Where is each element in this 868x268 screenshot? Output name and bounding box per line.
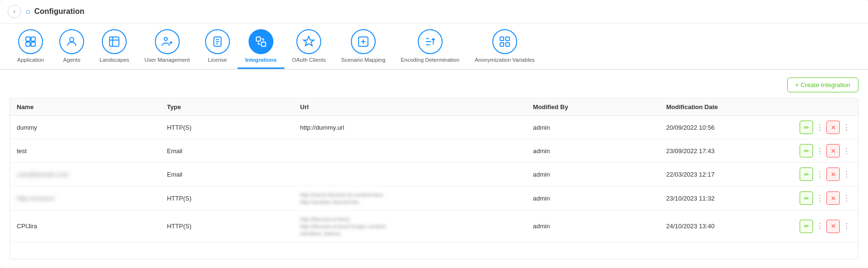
cell-modification-date: 20/09/2022 10:56	[660, 116, 793, 139]
anonymization-variables-icon	[499, 35, 511, 48]
encoding-determination-icon	[424, 35, 436, 48]
cell-url	[293, 139, 526, 163]
delete-button[interactable]: ✕	[826, 191, 840, 205]
nav-label-scenario-mapping: Scenario Mapping	[341, 57, 386, 63]
edit-button[interactable]: ✏	[800, 144, 813, 157]
col-header-modified-by: Modified By	[526, 99, 660, 116]
svg-rect-11	[256, 37, 260, 41]
cell-actions: ✏ ⋮ ✕ ⋮	[793, 211, 858, 242]
more-options-2[interactable]: ⋮	[842, 146, 851, 156]
cell-actions: ✏ ⋮ ✕ ⋮	[793, 163, 858, 186]
more-options[interactable]: ⋮	[815, 123, 825, 132]
svg-rect-2	[26, 42, 30, 46]
cell-type: HTTP(S)	[160, 186, 293, 211]
page-title: Configuration	[34, 7, 85, 16]
edit-button[interactable]: ✏	[800, 121, 813, 134]
more-options[interactable]: ⋮	[815, 194, 825, 203]
more-options-2[interactable]: ⋮	[842, 123, 851, 132]
edit-button[interactable]: ✏	[800, 191, 813, 205]
table-row: user@domain.com Email admin 22/03/2023 1…	[10, 163, 858, 186]
cell-url	[293, 163, 526, 186]
cell-actions: ✏ ⋮ ✕ ⋮	[793, 186, 858, 211]
nav-item-user-management[interactable]: User Management	[137, 29, 197, 67]
cell-modification-date: 24/10/2023 13:40	[660, 211, 793, 242]
cell-modified-by: admin	[526, 211, 660, 242]
integrations-table: Name Type Url Modified By Modification D…	[10, 98, 858, 259]
svg-rect-20	[500, 43, 504, 46]
nav-item-application[interactable]: Application	[10, 29, 52, 67]
landscapes-icon-circle	[102, 29, 127, 54]
table-row: CPIJira HTTP(S) http://blurred-url-line1…	[10, 211, 858, 242]
nav-item-scenario-mapping[interactable]: Scenario Mapping	[334, 29, 393, 67]
svg-point-4	[70, 37, 74, 42]
nav-item-oauth-clients[interactable]: OAuth Clients	[284, 29, 334, 67]
more-options-2[interactable]: ⋮	[842, 170, 851, 179]
svg-rect-18	[500, 37, 504, 41]
scenario-mapping-icon	[357, 35, 369, 48]
cell-actions: ✏ ⋮ ✕ ⋮	[793, 139, 858, 163]
cell-type: Email	[160, 163, 293, 186]
more-options[interactable]: ⋮	[815, 170, 825, 179]
nav-item-landscapes[interactable]: Landscapes	[92, 29, 137, 67]
delete-button[interactable]: ✕	[826, 168, 840, 181]
nav-item-encoding-determination[interactable]: Encoding Determination	[393, 29, 467, 67]
nav-item-license[interactable]: License	[197, 29, 238, 67]
cell-name: CPIJira	[10, 211, 161, 242]
cell-type: HTTP(S)	[160, 116, 293, 139]
nav-item-anonymization-variables[interactable]: Anonymization Variables	[467, 29, 542, 67]
delete-button[interactable]: ✕	[826, 220, 840, 233]
table-row-empty	[10, 242, 858, 259]
nav-label-oauth-clients: OAuth Clients	[292, 57, 326, 63]
svg-rect-12	[261, 42, 266, 46]
col-header-name: Name	[10, 99, 161, 116]
cell-type: Email	[160, 139, 293, 163]
cell-name: dummy	[10, 116, 161, 139]
cell-modified-by: admin	[526, 186, 660, 211]
col-header-url: Url	[293, 99, 526, 116]
more-options-2[interactable]: ⋮	[842, 222, 851, 231]
toolbar: + Create Integration	[10, 78, 858, 92]
cell-url: http://blurred-url-line1http://blurred-u…	[293, 211, 526, 242]
cell-modified-by: admin	[526, 139, 660, 163]
application-icon-circle	[18, 29, 43, 54]
nav-label-application: Application	[17, 57, 44, 63]
cell-modified-by: admin	[526, 163, 660, 186]
cell-name: user@domain.com	[10, 163, 161, 186]
create-integration-button[interactable]: + Create Integration	[787, 78, 858, 92]
cell-modification-date: 23/09/2022 17:43	[660, 139, 793, 163]
col-header-type: Type	[160, 99, 293, 116]
cell-type: HTTP(S)	[160, 211, 293, 242]
anonymization-variables-icon-circle	[492, 29, 517, 54]
license-icon	[211, 35, 224, 48]
user-management-icon-circle	[155, 29, 180, 54]
agents-icon	[65, 35, 78, 48]
table-row: dummy HTTP(S) http://dummy.url admin 20/…	[10, 116, 858, 139]
back-button[interactable]: ‹	[8, 5, 21, 18]
user-management-icon	[161, 35, 174, 48]
more-options[interactable]: ⋮	[815, 222, 825, 231]
nav-item-agents[interactable]: Agents	[52, 29, 92, 67]
nav-label-agents: Agents	[63, 57, 80, 63]
svg-point-6	[164, 37, 167, 41]
oauth-clients-icon-circle	[296, 29, 321, 54]
landscapes-icon	[108, 35, 120, 48]
more-options[interactable]: ⋮	[815, 146, 825, 156]
table-row: test Email admin 23/09/2022 17:43 ✏ ⋮ ✕ …	[10, 139, 858, 163]
svg-rect-5	[110, 37, 119, 46]
cell-name: test	[10, 139, 161, 163]
table-row: http://someurl HTTP(S) http://some-blurr…	[10, 186, 858, 211]
delete-button[interactable]: ✕	[826, 121, 840, 134]
nav-item-integrations[interactable]: Integrations	[238, 29, 284, 69]
scenario-mapping-icon-circle	[351, 29, 376, 54]
application-icon	[24, 35, 37, 48]
more-options-2[interactable]: ⋮	[842, 194, 851, 203]
edit-button[interactable]: ✏	[800, 168, 813, 181]
edit-button[interactable]: ✏	[800, 220, 813, 233]
main-content: + Create Integration Name Type Url Modif…	[0, 70, 868, 267]
svg-rect-21	[506, 43, 510, 46]
svg-rect-19	[506, 37, 510, 41]
cell-actions: ✏ ⋮ ✕ ⋮	[793, 116, 858, 139]
delete-button[interactable]: ✕	[826, 144, 840, 157]
nav-label-landscapes: Landscapes	[99, 57, 129, 63]
cell-url: http://some-blurred-url-content-herehttp…	[293, 186, 526, 211]
